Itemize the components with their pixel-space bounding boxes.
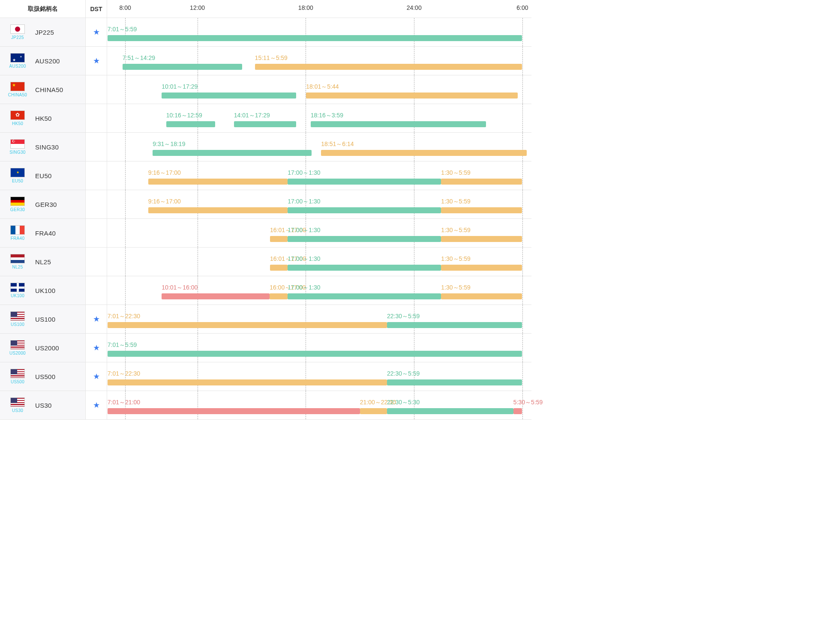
dst-star-icon: ★ xyxy=(93,343,100,352)
time-tick-label: 6:00 xyxy=(516,4,528,11)
grid-line xyxy=(306,334,306,362)
instrument-code: SING30 xyxy=(9,150,25,155)
instrument-row: UK100UK10010:01～16:0016:00～17:0017:00～1:… xyxy=(0,276,531,305)
grid-line xyxy=(522,133,523,161)
flag-icon xyxy=(10,168,25,177)
grid-line xyxy=(198,362,198,391)
session-label: 9:31～18:19 xyxy=(153,140,185,148)
timeline-cell: 9:31～18:1918:51～6:14 xyxy=(107,133,531,161)
instrument-name-cell: GER30GER30 xyxy=(0,190,86,218)
dst-cell: ★ xyxy=(86,391,107,419)
session-label: 18:51～6:14 xyxy=(321,140,354,148)
session-bar xyxy=(108,379,387,385)
grid-line xyxy=(414,334,414,362)
dst-cell xyxy=(86,248,107,276)
session-bar xyxy=(288,179,441,185)
instrument-name-cell: US500US500 xyxy=(0,362,86,391)
instrument-name-cell: US30US30 xyxy=(0,391,86,419)
timeline-cell: 7:01～5:59 xyxy=(107,334,531,362)
header-dst: DST xyxy=(86,0,107,18)
session-bar xyxy=(270,293,288,299)
session-bar xyxy=(311,121,486,127)
session-bar xyxy=(441,207,522,213)
grid-line xyxy=(522,248,523,276)
grid-line xyxy=(198,133,198,161)
instrument-name: NL25 xyxy=(35,258,51,266)
grid-line xyxy=(522,18,523,46)
session-label: 14:01～17:29 xyxy=(234,112,270,119)
session-bar xyxy=(255,64,522,70)
session-label: 1:30～5:59 xyxy=(441,284,471,292)
session-bar xyxy=(513,408,522,414)
instrument-name-cell: UK100UK100 xyxy=(0,276,86,305)
flag-icon xyxy=(10,340,25,349)
dst-cell xyxy=(86,104,107,132)
dst-cell: ★ xyxy=(86,18,107,46)
session-label: 17:00～1:30 xyxy=(288,284,320,292)
dst-cell xyxy=(86,75,107,104)
timeline-cell: 16:01～17:0017:00～1:301:30～5:59 xyxy=(107,219,531,247)
flag-icon xyxy=(10,24,25,34)
grid-line xyxy=(522,362,523,391)
flag-icon xyxy=(10,397,25,407)
session-label: 5:30～5:59 xyxy=(513,399,543,406)
grid-line xyxy=(198,219,198,247)
session-bar xyxy=(441,293,522,299)
grid-line xyxy=(522,161,523,190)
timeline-cell: 10:16～12:5914:01～17:2918:16～3:59 xyxy=(107,104,531,132)
instrument-row: US500US500★7:01～22:3022:30～5:59 xyxy=(0,362,531,391)
instrument-name: CHINA50 xyxy=(35,86,63,93)
session-label: 1:30～5:59 xyxy=(441,227,471,234)
grid-line xyxy=(198,305,198,333)
timeline-cell: 7:51～14:2915:11～5:59 xyxy=(107,47,531,75)
grid-line xyxy=(306,391,306,419)
flag-icon xyxy=(10,53,25,63)
flag-icon xyxy=(10,369,25,378)
instrument-name-cell: FRA40FRA40 xyxy=(0,219,86,247)
session-bar xyxy=(148,207,288,213)
grid-line xyxy=(125,161,126,190)
instrument-name-cell: US100US100 xyxy=(0,305,86,333)
session-bar xyxy=(306,93,517,99)
instrument-row: US2000US2000★7:01～5:59 xyxy=(0,334,531,362)
grid-line xyxy=(414,276,414,305)
session-label: 7:01～5:59 xyxy=(108,341,137,349)
instrument-row: US100US100★7:01～22:3022:30～5:59 xyxy=(0,305,531,334)
dst-cell xyxy=(86,133,107,161)
instrument-name-cell: NL25NL25 xyxy=(0,248,86,276)
session-bar xyxy=(270,236,288,242)
grid-line xyxy=(198,334,198,362)
instrument-code: GER30 xyxy=(10,207,25,212)
instrument-name: UK100 xyxy=(35,287,55,294)
flag-icon xyxy=(10,197,25,206)
timeline-cell: 16:01～17:0017:00～1:301:30～5:59 xyxy=(107,248,531,276)
grid-line xyxy=(125,190,126,218)
session-bar xyxy=(148,179,288,185)
session-label: 7:51～14:29 xyxy=(123,54,155,62)
session-label: 22:30～5:59 xyxy=(387,370,420,378)
instrument-name: US100 xyxy=(35,316,55,323)
instrument-name: EU50 xyxy=(35,172,52,179)
timeline-cell: 10:01～17:2918:01～5:44 xyxy=(107,75,531,104)
timeline-cell: 10:01～16:0016:00～17:0017:00～1:301:30～5:5… xyxy=(107,276,531,305)
time-tick-label: 12:00 xyxy=(190,4,205,11)
instrument-code: HK50 xyxy=(12,121,23,126)
grid-line xyxy=(125,75,126,104)
session-label: 18:01～5:44 xyxy=(306,83,339,91)
grid-line xyxy=(198,248,198,276)
session-label: 10:01～17:29 xyxy=(162,83,198,91)
timeline-cell: 7:01～21:0021:00～22:3022:30～5:305:30～5:59 xyxy=(107,391,531,419)
flag-icon xyxy=(10,82,25,91)
session-bar xyxy=(441,179,522,185)
dst-star-icon: ★ xyxy=(93,56,100,66)
instrument-row: HK50HK5010:16～12:5914:01～17:2918:16～3:59 xyxy=(0,104,531,133)
grid-line xyxy=(522,104,523,132)
grid-line xyxy=(522,47,523,75)
session-bar xyxy=(321,150,526,156)
grid-line xyxy=(198,47,198,75)
instrument-row: NL25NL2516:01～17:0017:00～1:301:30～5:59 xyxy=(0,248,531,276)
dst-cell: ★ xyxy=(86,362,107,391)
instrument-name-cell: HK50HK50 xyxy=(0,104,86,132)
grid-line xyxy=(306,362,306,391)
instrument-code: AUS200 xyxy=(9,64,26,69)
